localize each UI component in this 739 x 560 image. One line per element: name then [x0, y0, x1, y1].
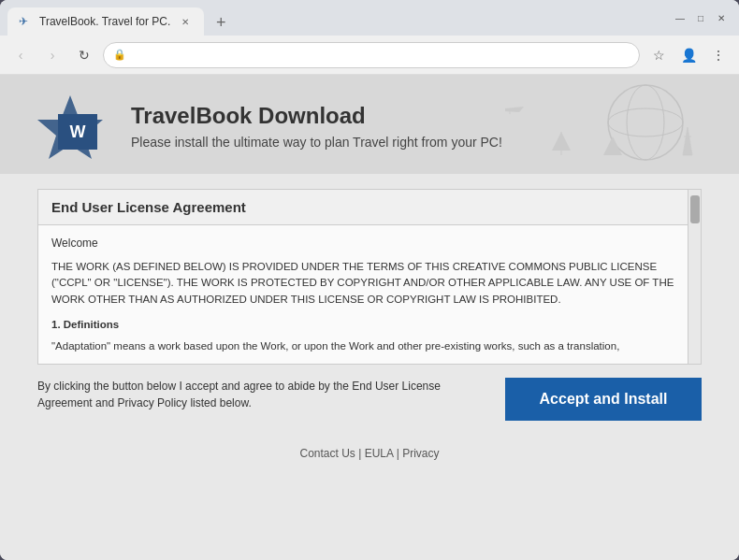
scrollbar-thumb[interactable] — [690, 195, 700, 223]
window-controls: — □ ✕ — [674, 11, 732, 24]
privacy-link[interactable]: Privacy — [402, 447, 439, 460]
footer-separator-1: | — [355, 447, 365, 460]
active-tab[interactable]: ✈ TravelBook. Travel for PC. ✕ — [7, 7, 204, 36]
main-content: End User License Agreement Welcome THE W… — [0, 174, 739, 438]
accept-section: By clicking the button below I accept an… — [37, 376, 702, 428]
lock-icon: 🔒 — [113, 49, 126, 61]
eula-header: End User License Agreement — [38, 190, 701, 225]
eula-definitions-text: "Adaptation" means a work based upon the… — [51, 338, 674, 354]
eula-link[interactable]: EULA — [365, 447, 394, 460]
maximize-button[interactable]: □ — [694, 11, 707, 24]
url-bar[interactable]: 🔒 — [103, 42, 640, 68]
tab-title: TravelBook. Travel for PC. — [39, 15, 170, 28]
footer-separator-2: | — [393, 447, 402, 460]
minimize-button[interactable]: — — [674, 11, 687, 24]
profile-button[interactable]: 👤 — [675, 42, 702, 68]
browser-window: ✈ TravelBook. Travel for PC. ✕ + — □ ✕ ‹… — [0, 0, 739, 560]
close-button[interactable]: ✕ — [715, 11, 728, 24]
site-header: W TravelBook Download Please install the… — [0, 75, 739, 174]
accept-text: By clicking the button below I accept an… — [37, 378, 486, 411]
svg-point-1 — [627, 85, 664, 160]
tab-strip: ✈ TravelBook. Travel for PC. ✕ + — [7, 0, 674, 36]
menu-button[interactable]: ⋮ — [705, 42, 732, 68]
eula-box: End User License Agreement Welcome THE W… — [37, 189, 702, 365]
accept-install-button[interactable]: Accept and Install — [505, 378, 702, 421]
forward-button[interactable]: › — [39, 42, 65, 68]
tab-close-button[interactable]: ✕ — [178, 14, 193, 29]
svg-marker-3 — [683, 127, 692, 155]
site-footer: Contact Us | EULA | Privacy — [0, 438, 739, 469]
toolbar-right: ☆ 👤 ⋮ — [645, 42, 732, 68]
svg-marker-5 — [603, 136, 622, 155]
header-text: TravelBook Download Please install the u… — [131, 103, 502, 150]
eula-definitions-title: 1. Definitions — [51, 317, 674, 333]
page-content: W TravelBook Download Please install the… — [0, 75, 739, 560]
tab-favicon-icon: ✈ — [19, 15, 32, 28]
eula-welcome: Welcome — [51, 235, 674, 251]
site-title: TravelBook Download — [131, 103, 502, 129]
address-bar: ‹ › ↻ 🔒 ☆ 👤 ⋮ — [0, 36, 739, 75]
svg-point-2 — [608, 108, 683, 136]
svg-point-0 — [608, 85, 683, 160]
back-button[interactable]: ‹ — [7, 42, 34, 68]
eula-heading: End User License Agreement — [51, 199, 246, 215]
contact-us-link[interactable]: Contact Us — [300, 447, 355, 460]
eula-body: Welcome THE WORK (AS DEFINED BELOW) IS P… — [38, 225, 701, 364]
new-tab-button[interactable]: + — [208, 9, 234, 36]
eula-main-text: THE WORK (AS DEFINED BELOW) IS PROVIDED … — [51, 259, 674, 308]
refresh-button[interactable]: ↻ — [71, 42, 97, 68]
eula-scrollbar[interactable] — [688, 190, 701, 364]
site-subtitle: Please install the ultimate way to plan … — [131, 135, 502, 150]
title-bar: ✈ TravelBook. Travel for PC. ✕ + — □ ✕ — [0, 0, 739, 36]
logo-container: W — [37, 93, 112, 159]
logo-w-badge: W — [58, 114, 97, 150]
bookmark-button[interactable]: ☆ — [645, 42, 672, 68]
